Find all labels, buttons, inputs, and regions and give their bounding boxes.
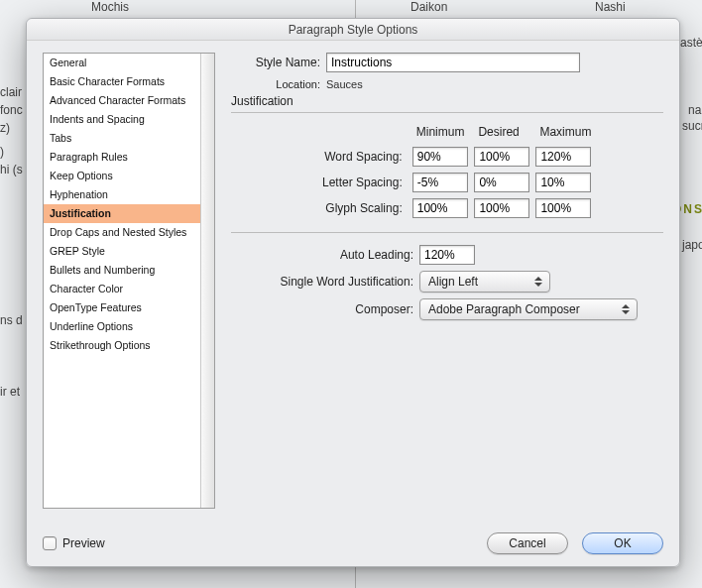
- sidebar-item-indents-and-spacing[interactable]: Indents and Spacing: [44, 110, 214, 129]
- ok-button[interactable]: OK: [582, 532, 663, 554]
- bg-text: Mochis: [91, 0, 129, 14]
- letter-spacing-min-input[interactable]: [412, 173, 468, 192]
- category-sidebar: GeneralBasic Character FormatsAdvanced C…: [43, 53, 215, 509]
- glyph-scaling-max-input[interactable]: [535, 198, 591, 218]
- letter-spacing-max-input[interactable]: [535, 173, 591, 192]
- bg-text: clair: [0, 85, 22, 99]
- bg-text: sucr: [682, 119, 702, 133]
- spacing-table: Minimum Desired Maximum Word Spacing: Le…: [318, 123, 599, 222]
- bg-text: fonc: [0, 103, 23, 117]
- dialog-footer: Preview Cancel OK: [43, 532, 663, 554]
- glyph-scaling-min-input[interactable]: [412, 198, 468, 218]
- bg-text: ns d: [0, 313, 23, 327]
- word-spacing-label: Word Spacing:: [320, 145, 409, 169]
- cancel-button[interactable]: Cancel: [487, 532, 568, 554]
- letter-spacing-label: Letter Spacing:: [320, 171, 409, 194]
- sidebar-item-opentype-features[interactable]: OpenType Features: [44, 298, 214, 317]
- single-word-value: Align Left: [428, 275, 478, 289]
- section-header: Justification: [231, 94, 663, 108]
- location-label: Location:: [231, 78, 326, 90]
- style-name-label: Style Name:: [231, 56, 326, 69]
- composer-value: Adobe Paragraph Composer: [428, 302, 580, 316]
- sidebar-item-paragraph-rules[interactable]: Paragraph Rules: [44, 148, 214, 167]
- sidebar-item-grep-style[interactable]: GREP Style: [44, 242, 214, 261]
- sidebar-item-general[interactable]: General: [44, 54, 214, 72]
- glyph-scaling-des-input[interactable]: [474, 198, 529, 218]
- sidebar-item-drop-caps-and-nested-styles[interactable]: Drop Caps and Nested Styles: [44, 223, 214, 242]
- dialog-content: GeneralBasic Character FormatsAdvanced C…: [27, 41, 679, 566]
- dialog-title: Paragraph Style Options: [27, 19, 679, 41]
- style-name-input[interactable]: [326, 53, 580, 72]
- single-word-select[interactable]: Align Left: [419, 271, 550, 293]
- bg-text: ): [0, 145, 4, 159]
- sidebar-item-strikethrough-options[interactable]: Strikethrough Options: [44, 336, 214, 355]
- form-area: Style Name: Location: Sauces Justificati…: [231, 53, 663, 326]
- bg-text: astèq: [680, 36, 702, 50]
- col-maximum: Maximum: [533, 125, 597, 143]
- col-minimum: Minimum: [410, 125, 471, 143]
- location-value: Sauces: [326, 78, 363, 90]
- divider: [231, 232, 663, 233]
- bg-text: Nashi: [595, 0, 626, 14]
- sidebar-item-justification[interactable]: Justification: [44, 204, 214, 223]
- paragraph-style-options-dialog: Paragraph Style Options GeneralBasic Cha…: [26, 18, 680, 567]
- letter-spacing-des-input[interactable]: [474, 173, 529, 192]
- sidebar-item-underline-options[interactable]: Underline Options: [44, 317, 214, 336]
- bg-text: na: [688, 103, 701, 117]
- bg-text: japo: [682, 238, 702, 252]
- word-spacing-max-input[interactable]: [535, 147, 591, 167]
- preview-label: Preview: [62, 536, 105, 550]
- glyph-scaling-label: Glyph Scaling:: [320, 196, 409, 220]
- sidebar-item-advanced-character-formats[interactable]: Advanced Character Formats: [44, 91, 214, 110]
- auto-leading-input[interactable]: [419, 245, 475, 265]
- bg-text: ir et: [0, 385, 20, 399]
- composer-select[interactable]: Adobe Paragraph Composer: [419, 298, 638, 320]
- chevron-updown-icon: [619, 301, 633, 317]
- bg-text: z): [0, 121, 10, 135]
- preview-checkbox[interactable]: [43, 536, 57, 550]
- bg-text: Daikon: [410, 0, 447, 14]
- chevron-updown-icon: [531, 274, 545, 290]
- col-desired: Desired: [472, 125, 531, 143]
- composer-label: Composer:: [231, 302, 419, 316]
- bg-text: hi (s: [0, 163, 23, 176]
- word-spacing-des-input[interactable]: [474, 147, 529, 167]
- sidebar-item-hyphenation[interactable]: Hyphenation: [44, 185, 214, 204]
- section-divider: [231, 112, 663, 113]
- sidebar-item-bullets-and-numbering[interactable]: Bullets and Numbering: [44, 261, 214, 280]
- sidebar-item-basic-character-formats[interactable]: Basic Character Formats: [44, 72, 214, 91]
- sidebar-item-character-color[interactable]: Character Color: [44, 280, 214, 298]
- sidebar-item-keep-options[interactable]: Keep Options: [44, 167, 214, 185]
- auto-leading-label: Auto Leading:: [231, 248, 419, 262]
- single-word-label: Single Word Justification:: [231, 275, 419, 289]
- word-spacing-min-input[interactable]: [412, 147, 468, 167]
- sidebar-scrollbar[interactable]: [200, 54, 214, 508]
- sidebar-item-tabs[interactable]: Tabs: [44, 129, 214, 148]
